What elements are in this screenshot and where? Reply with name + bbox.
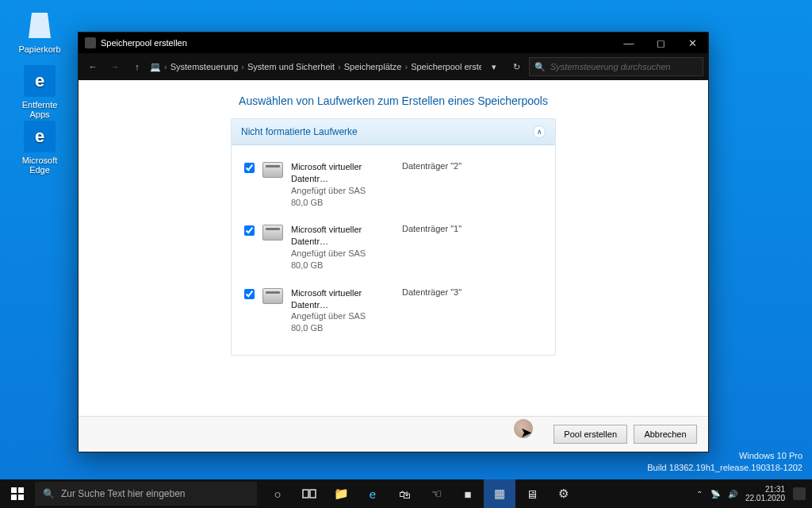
footer: Pool erstellen Abbrechen [79, 416, 708, 452]
edge-icon: e [24, 121, 56, 152]
drive-row: Microsoft virtueller Datentr…Angefügt üb… [244, 153, 542, 216]
cortana-button[interactable]: ○ [262, 479, 293, 508]
taskbar-app-explorer[interactable]: 📁 [325, 479, 357, 508]
drive-row: Microsoft virtueller Datentr…Angefügt üb… [244, 216, 542, 279]
forward-button: → [105, 57, 124, 76]
desktop-icon-remote-apps[interactable]: e Entfernte Apps [11, 65, 68, 119]
drive-size: 80,0 GB [291, 322, 394, 334]
app-icon [85, 37, 96, 48]
drive-size: 80,0 GB [291, 197, 394, 209]
disk-icon [262, 225, 283, 241]
svg-rect-4 [18, 495, 24, 500]
drive-checkbox[interactable] [244, 225, 255, 236]
task-view-button[interactable] [293, 479, 325, 508]
up-button[interactable]: ↑ [128, 57, 147, 76]
taskbar-search[interactable]: 🔍 Zur Suche Text hier eingeben [35, 482, 257, 506]
taskbar-app-edge[interactable]: e [357, 479, 389, 508]
taskbar-app-services[interactable]: 🖥 [515, 479, 547, 508]
window-title: Speicherpool erstellen [101, 38, 187, 48]
drive-name: Microsoft virtueller Datentr… [291, 287, 394, 311]
edge-icon: e [24, 65, 56, 97]
tray-volume-icon[interactable]: 🔊 [728, 490, 737, 498]
taskbar-app-controlpanel[interactable]: ▦ [484, 479, 515, 508]
tray-chevron-icon[interactable]: ⌃ [696, 490, 703, 498]
tray-network-icon[interactable]: 📡 [710, 490, 720, 498]
drive-id: Datenträger "2" [402, 161, 462, 171]
svg-rect-6 [310, 490, 316, 498]
start-button[interactable] [0, 479, 35, 508]
drive-checkbox[interactable] [244, 163, 255, 173]
svg-rect-1 [11, 487, 17, 493]
panel-title: Nicht formatierte Laufwerke [241, 126, 358, 137]
drive-row: Microsoft virtueller Datentr…Angefügt üb… [244, 279, 542, 342]
drive-size: 80,0 GB [291, 260, 394, 271]
close-button[interactable]: ✕ [676, 33, 708, 53]
breadcrumb-item[interactable]: Speicherplätze [344, 62, 402, 71]
titlebar: Speicherpool erstellen ― ◻ ✕ [79, 33, 708, 53]
recycle-bin-icon [24, 10, 56, 41]
drive-meta: Microsoft virtueller Datentr…Angefügt üb… [291, 287, 394, 334]
create-pool-button[interactable]: Pool erstellen [553, 425, 627, 444]
desktop-icon-label: Papierkorb [11, 44, 68, 54]
windows-watermark: Windows 10 Pro Build 18362.19h1_release.… [647, 450, 802, 473]
desktop-icon-label: Microsoft Edge [11, 156, 68, 175]
taskbar-app-snip[interactable]: ☜ [420, 479, 452, 508]
page-title: Auswählen von Laufwerken zum Erstellen e… [98, 94, 689, 107]
disk-icon [262, 162, 283, 178]
svg-rect-2 [18, 487, 24, 493]
drive-connection: Angefügt über SAS [291, 185, 394, 197]
search-input[interactable] [550, 62, 698, 71]
desktop-icon-edge[interactable]: e Microsoft Edge [11, 121, 68, 175]
control-panel-window: Speicherpool erstellen ― ◻ ✕ ← → ↑ 💻 › S… [78, 32, 709, 452]
system-tray: ⌃ 📡 🔊 21:31 22.01.2020 [690, 485, 812, 503]
collapse-button[interactable]: ∧ [533, 125, 546, 138]
panel-header: Nicht formatierte Laufwerke ∧ [232, 119, 555, 145]
drive-id: Datenträger "3" [402, 287, 462, 297]
taskbar-search-placeholder: Zur Suche Text hier eingeben [61, 488, 186, 499]
breadcrumb-icon: 💻 [150, 62, 161, 72]
back-button[interactable]: ← [83, 57, 102, 76]
search-box[interactable]: 🔍 [529, 57, 703, 76]
drive-meta: Microsoft virtueller Datentr…Angefügt üb… [291, 161, 394, 208]
tray-clock[interactable]: 21:31 22.01.2020 [745, 485, 785, 503]
breadcrumb-item[interactable]: Systemsteuerung [170, 62, 239, 71]
action-center-button[interactable] [793, 487, 806, 500]
drive-name: Microsoft virtueller Datentr… [291, 161, 394, 185]
drive-name: Microsoft virtueller Datentr… [291, 224, 394, 248]
maximize-button[interactable]: ◻ [645, 33, 676, 53]
breadcrumb-item[interactable]: Speicherpool erstellen [411, 62, 481, 71]
drives-panel: Nicht formatierte Laufwerke ∧ Microsoft … [231, 118, 556, 356]
windows-icon [11, 487, 24, 500]
search-icon: 🔍 [43, 488, 55, 499]
taskbar-app-store[interactable]: 🛍 [389, 479, 420, 508]
taskbar-app-cmd[interactable]: ■ [452, 479, 484, 508]
svg-rect-3 [11, 495, 17, 500]
taskbar: 🔍 Zur Suche Text hier eingeben ○ 📁 e 🛍 ☜… [0, 479, 812, 508]
disk-icon [262, 288, 283, 304]
drive-connection: Angefügt über SAS [291, 248, 394, 260]
minimize-button[interactable]: ― [613, 33, 645, 53]
task-view-icon [302, 487, 316, 501]
navbar: ← → ↑ 💻 › Systemsteuerung › System und S… [79, 53, 708, 80]
drive-connection: Angefügt über SAS [291, 310, 394, 322]
breadcrumb-item[interactable]: System und Sicherheit [247, 62, 335, 71]
taskbar-app-settings[interactable]: ⚙ [547, 479, 579, 508]
content-area: Auswählen von Laufwerken zum Erstellen e… [79, 80, 708, 416]
search-icon: 🔍 [534, 62, 546, 72]
desktop-icon-recycle-bin[interactable]: Papierkorb [11, 10, 68, 54]
drive-meta: Microsoft virtueller Datentr…Angefügt üb… [291, 224, 394, 271]
history-dropdown[interactable]: ▾ [485, 57, 504, 76]
drive-checkbox[interactable] [244, 289, 255, 299]
drive-id: Datenträger "1" [402, 224, 462, 233]
refresh-button[interactable]: ↻ [507, 57, 526, 76]
desktop-icon-label: Entfernte Apps [11, 100, 68, 119]
svg-rect-5 [303, 490, 308, 498]
cancel-button[interactable]: Abbrechen [634, 425, 697, 444]
breadcrumb: 💻 › Systemsteuerung › System und Sicherh… [150, 62, 481, 72]
